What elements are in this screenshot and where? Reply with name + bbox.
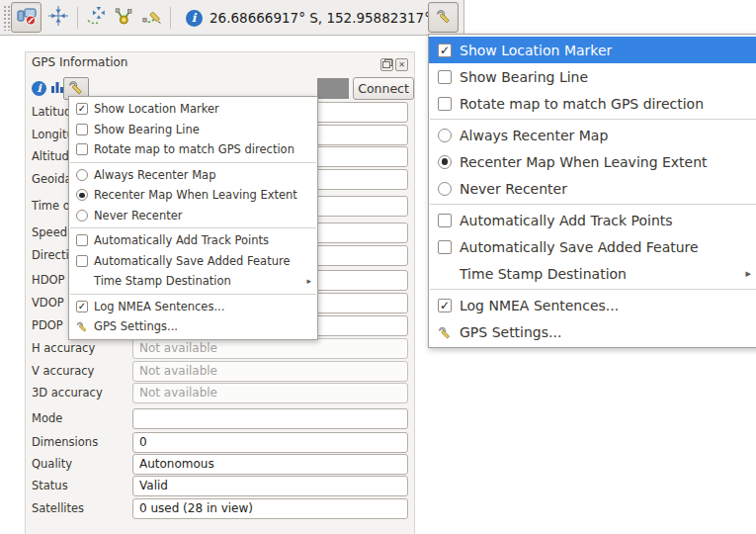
menu-item-label: Recenter Map When Leaving Extent: [94, 188, 297, 202]
quality-field[interactable]: Autonomous: [132, 454, 408, 475]
field-label: 3D accuracy: [32, 383, 103, 403]
menu-item-label: Rotate map to match GPS direction: [94, 142, 294, 156]
checkbox-icon: ✓: [438, 44, 452, 57]
menu-item-always-recenter-map[interactable]: Always Recenter Map: [429, 122, 756, 148]
field-label: Status: [32, 476, 68, 496]
menu-separator: [430, 119, 756, 120]
panel-title: GPS Information: [32, 55, 127, 69]
connect-button[interactable]: Connect: [353, 77, 414, 100]
menu-item-time-stamp-destination[interactable]: Time Stamp Destination▸: [69, 271, 317, 292]
reset-track-button[interactable]: [140, 6, 164, 30]
menu-item-automatically-add-track-points[interactable]: Automatically Add Track Points: [69, 230, 317, 251]
gps-connect-button[interactable]: [11, 2, 42, 33]
field-row-quality: QualityAutonomous: [26, 454, 414, 475]
menu-item-never-recenter[interactable]: Never Recenter: [429, 175, 756, 202]
menu-item-automatically-save-added-feature[interactable]: Automatically Save Added Feature: [429, 233, 756, 260]
menu-item-label: Always Recenter Map: [460, 128, 608, 143]
checkbox-icon: [76, 143, 88, 155]
gps-toolbar: i 26.68666917° S, 152.95882317° E: [0, 0, 464, 36]
menu-item-rotate-map-to-match-gps-direction[interactable]: Rotate map to match GPS direction: [429, 90, 756, 117]
field-row-mode: Mode: [26, 408, 414, 429]
menu-item-label: Automatically Save Added Feature: [460, 239, 699, 255]
checkbox-icon: [76, 124, 88, 135]
menu-item-log-nmea-sentences[interactable]: ✓Log NMEA Sentences...: [429, 292, 756, 318]
field-label: H accuracy: [32, 338, 95, 359]
toolbar-drag-handle[interactable]: [3, 5, 10, 31]
mode-field[interactable]: [132, 408, 408, 429]
recenter-when-leaving-button[interactable]: [85, 6, 109, 30]
menu-item-label: Show Bearing Line: [94, 123, 200, 136]
radio-icon: [438, 155, 452, 169]
checkbox-icon: [76, 234, 88, 246]
satellites-field[interactable]: 0 used (28 in view): [132, 498, 408, 519]
checkbox-icon: ✓: [76, 103, 88, 115]
close-panel-button[interactable]: ✕: [395, 58, 408, 71]
menu-item-label: Log NMEA Sentences...: [460, 298, 619, 313]
menu-item-show-location-marker[interactable]: ✓Show Location Marker: [69, 99, 317, 120]
field-row-status: StatusValid: [26, 476, 414, 496]
3d-accuracy-field[interactable]: Not available: [132, 383, 408, 403]
menu-item-label: Show Location Marker: [460, 43, 612, 58]
connection-status-indicator: [317, 78, 349, 99]
status-field[interactable]: Valid: [132, 476, 408, 496]
menu-item-label: Never Recenter: [460, 181, 567, 197]
dimensions-field[interactable]: 0: [132, 432, 408, 453]
checkbox-icon: [76, 255, 88, 267]
info-icon: i: [186, 10, 203, 27]
menu-item-log-nmea-sentences[interactable]: ✓Log NMEA Sentences...: [69, 297, 317, 317]
checkbox-icon: [438, 70, 452, 84]
field-label: PDOP: [32, 315, 63, 336]
menu-separator: [70, 227, 316, 228]
checkbox-icon: [438, 214, 452, 227]
menu-item-rotate-map-to-match-gps-direction[interactable]: Rotate map to match GPS direction: [69, 139, 317, 160]
menu-item-label: Automatically Add Track Points: [94, 233, 269, 247]
track-vertex-gear-icon: [114, 5, 135, 31]
menu-item-gps-settings[interactable]: GPS Settings...: [69, 316, 317, 337]
menu-item-gps-settings[interactable]: GPS Settings...: [429, 318, 756, 345]
menu-item-recenter-map-when-leaving-extent[interactable]: Recenter Map When Leaving Extent: [69, 185, 317, 206]
recenter-map-button[interactable]: [46, 6, 70, 30]
checkbox-icon: [438, 240, 452, 254]
menu-item-always-recenter-map[interactable]: Always Recenter Map: [69, 165, 317, 186]
h-accuracy-field[interactable]: Not available: [132, 338, 408, 359]
field-row-dimensions: Dimensions0: [26, 432, 414, 453]
radio-icon: [76, 210, 88, 222]
wrench-icon: [76, 320, 88, 332]
menu-separator: [70, 294, 316, 295]
checkbox-icon: ✓: [76, 301, 88, 312]
menu-item-time-stamp-destination[interactable]: Time Stamp Destination▸: [429, 260, 756, 287]
toolbar-separator: [170, 7, 171, 29]
menu-item-show-bearing-line[interactable]: Show Bearing Line: [429, 63, 756, 90]
position-info-button[interactable]: i: [182, 6, 206, 30]
panel-info-button[interactable]: i: [31, 80, 47, 97]
float-icon: [382, 59, 392, 70]
checkbox-icon: ✓: [438, 299, 452, 312]
screen: { "top_toolbar": { "coordinates": "26.68…: [0, 0, 756, 534]
menu-item-show-bearing-line[interactable]: Show Bearing Line: [69, 120, 317, 140]
menu-item-label: Always Recenter Map: [94, 168, 215, 182]
submenu-arrow-icon: ▸: [745, 267, 751, 280]
field-label: Satellites: [32, 498, 84, 519]
field-label: Dimensions: [32, 432, 98, 453]
menu-item-label: Log NMEA Sentences...: [94, 300, 224, 313]
field-label: Speed: [32, 222, 67, 243]
add-track-point-button[interactable]: [113, 6, 136, 30]
track-eraser-icon: [141, 5, 163, 31]
menu-item-automatically-add-track-points[interactable]: Automatically Add Track Points: [429, 207, 756, 233]
menu-item-never-recenter[interactable]: Never Recenter: [69, 206, 317, 226]
float-panel-button[interactable]: [380, 58, 393, 71]
menu-item-recenter-map-when-leaving-extent[interactable]: Recenter Map When Leaving Extent: [429, 148, 756, 175]
gps-disconnect-icon: [16, 5, 38, 31]
gps-options-button[interactable]: [428, 2, 459, 33]
v-accuracy-field[interactable]: Not available: [132, 361, 408, 382]
wrench-icon: [436, 8, 452, 28]
field-label: Quality: [32, 454, 72, 475]
radio-icon: [438, 182, 452, 196]
menu-item-automatically-save-added-feature[interactable]: Automatically Save Added Feature: [69, 251, 317, 272]
menu-icon-spacer: [438, 267, 452, 281]
gps-coordinates: 26.68666917° S, 152.95882317° E: [210, 0, 444, 36]
field-row-3d-accuracy: 3D accuracyNot available: [26, 383, 414, 403]
radio-icon: [76, 189, 88, 201]
menu-item-show-location-marker[interactable]: ✓Show Location Marker: [429, 37, 756, 63]
menu-item-label: Rotate map to match GPS direction: [460, 96, 704, 112]
